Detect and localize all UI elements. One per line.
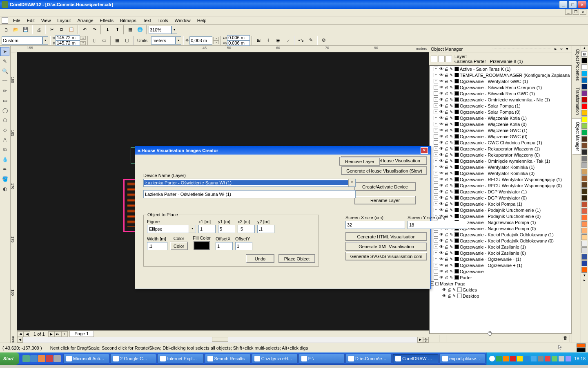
show-props-icon[interactable]: [431, 56, 437, 62]
app-close-button[interactable]: ×: [578, 1, 586, 8]
outline-swatch[interactable]: [577, 348, 586, 352]
visible-icon[interactable]: 👁: [439, 245, 444, 249]
layer-row[interactable]: +👁🖨✎TEMPLATE_ROOMMANAGER (Konfiguracja Z…: [430, 72, 571, 78]
expand-icon[interactable]: +: [434, 171, 438, 175]
print-icon[interactable]: 🖨: [444, 202, 449, 206]
visible-icon[interactable]: 👁: [439, 67, 444, 72]
new-layer-icon[interactable]: [431, 335, 438, 342]
gen-xml-button[interactable]: Generate XML Visualisation: [345, 242, 427, 251]
expand-icon[interactable]: +: [434, 103, 438, 108]
print-icon[interactable]: 🖨: [444, 238, 449, 243]
tray-icon[interactable]: [496, 356, 502, 361]
print-icon[interactable]: 🖨: [444, 171, 449, 176]
layer-row[interactable]: +👁🖨✎Ogrzewanie - Kocioł Podajnik Odbloko…: [430, 238, 571, 244]
expand-icon[interactable]: +: [434, 134, 438, 139]
print-icon[interactable]: 🖨: [444, 103, 449, 108]
layer-color-swatch[interactable]: [454, 208, 459, 212]
maximize-button[interactable]: □: [568, 1, 577, 8]
start-button[interactable]: Start: [0, 352, 19, 365]
layer-row[interactable]: +👁🖨✎Ogrzewanie: [430, 268, 571, 274]
color-swatch[interactable]: [581, 64, 587, 70]
layer-row[interactable]: +👁🖨✎Ogrzewanie - Włączenie GWC (0): [430, 133, 571, 139]
visible-icon[interactable]: 👁: [439, 134, 444, 139]
layer-color-swatch[interactable]: [454, 73, 459, 77]
remove-layer-button[interactable]: Remove Layer: [339, 157, 380, 166]
layer-row[interactable]: 👁🖨✎Desktop: [430, 293, 571, 299]
layer-row[interactable]: +👁🖨✎Ogrzewanie - Ogrzewanie - (1): [430, 256, 571, 262]
layer-color-swatch[interactable]: [454, 269, 459, 274]
print-icon[interactable]: 🖨: [444, 91, 449, 96]
interactive-fill-icon[interactable]: ◐: [0, 184, 9, 193]
layer-row[interactable]: +👁🖨✎Ogrzewanie - Ominięcie wymiennika - …: [430, 158, 571, 164]
visible-icon[interactable]: 👁: [439, 263, 444, 268]
page-height[interactable]: [56, 40, 80, 46]
palette-flyout-icon[interactable]: ▸: [581, 278, 588, 283]
ql-icon[interactable]: [46, 355, 53, 362]
visible-icon[interactable]: 👁: [439, 177, 444, 182]
edit-icon[interactable]: ✎: [449, 91, 454, 96]
print-icon[interactable]: 🖨: [444, 146, 449, 151]
layer-color-swatch[interactable]: [454, 122, 459, 126]
layer-color-swatch[interactable]: [454, 165, 459, 169]
fill-color-swatch[interactable]: [194, 241, 210, 250]
mdi-restore[interactable]: ❐: [572, 9, 579, 15]
print-icon[interactable]: 🖨: [444, 189, 449, 194]
visible-icon[interactable]: 👁: [439, 232, 444, 237]
visible-icon[interactable]: 👁: [439, 183, 444, 188]
edit-icon[interactable]: ✎: [449, 140, 454, 145]
chevron-down-icon[interactable]: ▾: [348, 179, 355, 186]
spin-down[interactable]: ▾: [213, 40, 219, 44]
menu-arrange[interactable]: Arrange: [74, 17, 96, 24]
color-swatch[interactable]: [581, 228, 587, 233]
palette-down-icon[interactable]: ▾: [581, 273, 588, 278]
layer-row[interactable]: +👁🖨✎Ogrzewanie - RECU Wentylator Wspomag…: [430, 182, 571, 188]
visible-icon[interactable]: 👁: [439, 257, 444, 262]
visible-icon[interactable]: 👁: [439, 269, 444, 274]
expand-icon[interactable]: +: [434, 238, 438, 243]
snap-to-objects-icon[interactable]: ◉: [274, 36, 283, 45]
visible-icon[interactable]: 👁: [439, 116, 444, 121]
edit-icon[interactable]: ✎: [449, 195, 454, 200]
print-icon[interactable]: 🖨: [444, 140, 449, 145]
color-swatch[interactable]: [581, 84, 587, 90]
menu-effects[interactable]: Effects: [97, 17, 117, 24]
print-icon[interactable]: 🖨: [444, 79, 449, 84]
tray-icon[interactable]: [545, 356, 550, 361]
visible-icon[interactable]: 👁: [439, 275, 444, 280]
color-swatch[interactable]: [581, 103, 587, 109]
expand-icon[interactable]: +: [434, 177, 438, 182]
tray-icon[interactable]: [559, 356, 564, 361]
expand-icon[interactable]: +: [434, 153, 438, 157]
print-icon[interactable]: 🖨: [444, 153, 449, 157]
visible-icon[interactable]: 👁: [439, 238, 444, 243]
portrait-icon[interactable]: ▯: [90, 36, 99, 45]
print-icon[interactable]: 🖨: [444, 208, 449, 213]
layer-color-swatch[interactable]: [454, 257, 459, 261]
snap-to-guides-icon[interactable]: ⫲: [264, 36, 273, 45]
cut-icon[interactable]: ✂: [47, 25, 56, 34]
layer-row[interactable]: +👁🖨✎Ogrzewanie - Ominięcie wymiennika - …: [430, 96, 571, 103]
layer-color-swatch[interactable]: [454, 245, 459, 249]
color-swatch[interactable]: [581, 182, 587, 188]
color-swatch[interactable]: [581, 188, 587, 194]
print-icon[interactable]: 🖨: [444, 177, 449, 182]
color-swatch[interactable]: [581, 247, 587, 253]
menu-file[interactable]: File: [10, 17, 24, 24]
edit-icon[interactable]: ✎: [449, 232, 454, 237]
paper-preset[interactable]: [2, 36, 42, 45]
color-swatch[interactable]: [581, 202, 587, 207]
docker-menu-icon[interactable]: ▸: [553, 46, 559, 52]
expand-icon[interactable]: +: [434, 263, 438, 267]
layer-color-swatch[interactable]: [454, 189, 459, 194]
outline-tool-icon[interactable]: ✒: [0, 165, 9, 174]
color-swatch[interactable]: [581, 175, 587, 181]
color-swatch[interactable]: [581, 130, 587, 135]
last-page-button[interactable]: ⏭: [55, 331, 61, 337]
minimize-button[interactable]: _: [559, 1, 568, 8]
undo-button[interactable]: Undo: [246, 254, 274, 263]
x1-input[interactable]: [198, 225, 216, 233]
next-page-button[interactable]: ▶: [48, 331, 55, 337]
paste-icon[interactable]: 📋: [67, 25, 76, 34]
expand-icon[interactable]: +: [434, 245, 438, 249]
docker-expand-icon[interactable]: ▾: [564, 46, 570, 52]
